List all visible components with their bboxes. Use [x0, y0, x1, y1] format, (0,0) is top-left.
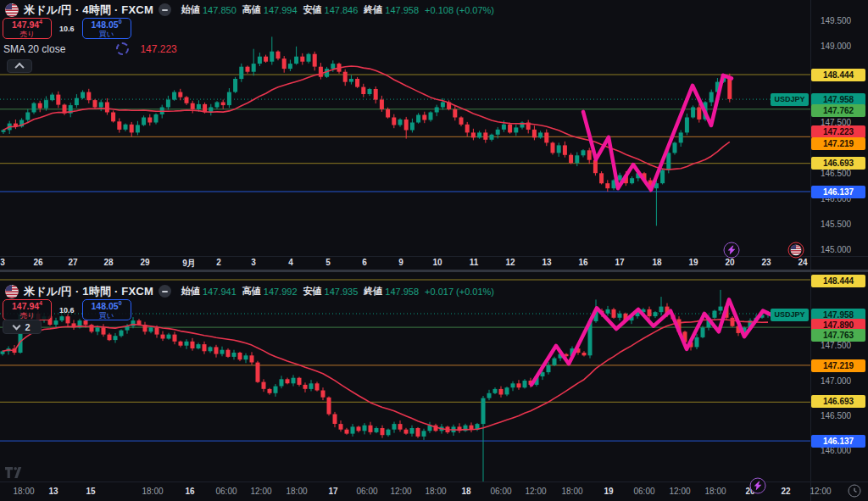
high-label: 高値: [242, 285, 261, 298]
price-label-148.444: 148.444: [811, 275, 865, 287]
price-grid-label: 147.500: [821, 341, 852, 350]
indicator-legend-sma[interactable]: SMA 20 close 147.223: [3, 42, 177, 55]
time-tick: 18: [652, 258, 661, 267]
time-tick: 22: [781, 487, 790, 496]
high-label: 高値: [242, 3, 261, 16]
price-grid-label: 146.500: [821, 411, 852, 420]
time-tick: 12:00: [525, 487, 546, 496]
ohlc-readout-4h: 始値147.850 高値147.994 安値147.846 終値147.958 …: [181, 3, 494, 16]
time-tick: 24: [798, 258, 807, 267]
collapse-indicators-button[interactable]: [7, 59, 32, 73]
buy-button[interactable]: 148.050 買い: [82, 299, 131, 320]
time-axis-1h[interactable]: 18:00131518:001606:0012:0018:001706:0012…: [0, 482, 868, 501]
chart-header-1h: 米ドル/円 · 1時間 · FXCM 始値147.941 高値147.992 安…: [5, 284, 494, 298]
time-tick: 18: [461, 487, 470, 496]
time-tick: 29: [140, 258, 149, 267]
symbol-title-1h[interactable]: 米ドル/円 · 1時間 · FXCM: [24, 284, 153, 299]
price-label-146.693: 146.693: [811, 395, 865, 408]
time-tick: 06:00: [215, 487, 236, 496]
open-label: 始値: [181, 3, 200, 16]
high-value: 147.994: [264, 5, 298, 15]
low-value: 147.846: [325, 5, 359, 15]
time-tick: 9月: [182, 258, 196, 270]
price-label-146.137: 146.137: [811, 186, 865, 198]
low-label: 安値: [303, 285, 322, 298]
hidden-indicator-count: 2: [25, 322, 30, 332]
tradingview-multichart: 米ドル/円 · 4時間 · FXCM 始値147.850 高値147.994 安…: [0, 0, 868, 501]
time-tick: 10: [432, 258, 442, 267]
lightning-icon[interactable]: [724, 242, 740, 259]
expand-indicators-button[interactable]: 2: [3, 320, 42, 334]
us-flag-icon[interactable]: [788, 242, 804, 259]
time-tick: 18:00: [425, 487, 446, 496]
chevron-up-icon: [14, 63, 24, 72]
clock-icon[interactable]: [849, 485, 861, 498]
time-tick: 13: [48, 487, 58, 496]
open-value: 147.850: [203, 5, 236, 15]
time-tick: 12:00: [390, 487, 411, 496]
close-value: 147.958: [385, 5, 419, 15]
close-value: 147.958: [385, 287, 419, 297]
price-label-148.444: 148.444: [811, 69, 865, 81]
sell-button[interactable]: 147.944 売り: [3, 299, 52, 320]
time-tick: 5: [326, 258, 331, 267]
close-label: 終値: [364, 3, 382, 16]
collapse-legend-icon[interactable]: [159, 3, 171, 16]
symbol-title-4h[interactable]: 米ドル/円 · 4時間 · FXCM: [24, 3, 153, 18]
time-tick: 28: [103, 258, 113, 267]
tradingview-logo[interactable]: [5, 467, 22, 482]
change-value: +0.108 (+0.07%): [425, 5, 494, 15]
price-label-147.763: 147.763: [811, 329, 865, 342]
time-tick: 23: [761, 258, 771, 267]
time-tick: 19: [604, 487, 613, 496]
time-tick: 26: [33, 258, 42, 267]
price-grid-label: 149.500: [821, 16, 852, 25]
time-tick: 12:00: [669, 487, 690, 496]
indicator-name[interactable]: SMA 20 close: [3, 43, 65, 55]
indicator-value: 147.223: [140, 43, 176, 55]
price-grid-label: 145.500: [821, 220, 852, 229]
price-label-147.219: 147.219: [811, 359, 865, 372]
usdjpy-pair-flag-icon: [5, 285, 19, 298]
open-label: 始値: [181, 285, 200, 298]
trade-panel-4h: 147.944 売り 10.6 148.050 買い: [3, 18, 131, 39]
time-tick: 16: [185, 487, 194, 496]
price-label-147.219: 147.219: [811, 137, 865, 150]
collapse-legend-icon[interactable]: [159, 285, 171, 298]
time-tick: 2: [216, 258, 221, 267]
price-label-146.137: 146.137: [811, 435, 865, 448]
trade-panel-1h: 147.944 売り 10.6 148.050 買い: [3, 299, 131, 320]
symbol-price-tag: USDJPY: [771, 309, 809, 321]
change-value: +0.017 (+0.01%): [425, 287, 494, 297]
time-tick: 20: [725, 258, 734, 267]
time-tick: 12: [505, 258, 515, 267]
price-label-146.693: 146.693: [811, 157, 865, 170]
chart-header-4h: 米ドル/円 · 4時間 · FXCM 始値147.850 高値147.994 安…: [5, 3, 494, 17]
time-tick: 12:00: [810, 487, 831, 496]
time-tick: 27: [68, 258, 77, 267]
low-label: 安値: [303, 3, 322, 16]
chevron-down-icon: [13, 322, 21, 331]
time-axis-4h[interactable]: 3262728299月2345691011121316171819202324: [0, 256, 868, 270]
time-tick: 06:00: [633, 487, 654, 496]
sell-button[interactable]: 147.944 売り: [3, 18, 52, 39]
price-label-147.762: 147.762: [811, 104, 865, 117]
time-tick: 4: [288, 258, 293, 267]
loading-spinner-icon: [116, 42, 129, 55]
low-value: 147.935: [325, 287, 359, 297]
price-grid-label: 146.500: [821, 169, 852, 178]
time-tick: 06:00: [356, 487, 377, 496]
spread-value: 10.6: [59, 25, 75, 33]
time-tick: 13: [542, 258, 551, 267]
lightning-icon[interactable]: [750, 478, 766, 494]
brush-drawing-1h[interactable]: [531, 299, 773, 385]
time-tick: 18:00: [704, 487, 726, 496]
time-tick: 06:00: [490, 487, 511, 496]
time-tick: 17: [328, 487, 337, 496]
open-value: 147.941: [203, 287, 236, 297]
price-grid-label: 145.000: [821, 245, 852, 254]
price-grid-label: 149.000: [821, 42, 852, 51]
pane-divider[interactable]: [0, 270, 868, 272]
buy-button[interactable]: 148.050 買い: [82, 18, 131, 39]
time-tick: 15: [86, 487, 95, 496]
